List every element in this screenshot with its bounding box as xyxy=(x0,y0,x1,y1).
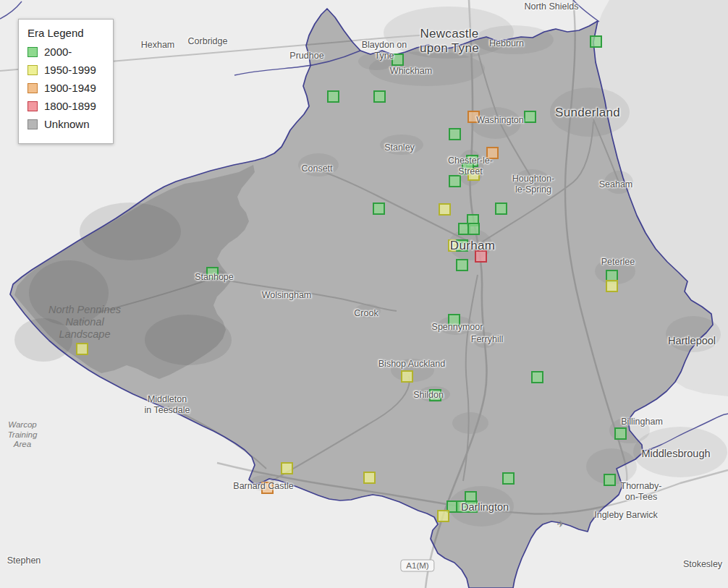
marker-1950[interactable] xyxy=(363,472,376,484)
marker-2000[interactable] xyxy=(590,35,602,48)
marker-2000[interactable] xyxy=(327,90,339,103)
legend-swatch-2000 xyxy=(27,47,38,57)
marker-2000[interactable] xyxy=(502,472,515,485)
marker-2000[interactable] xyxy=(456,259,468,271)
marker-2000[interactable] xyxy=(604,474,616,486)
marker-1950[interactable] xyxy=(439,203,451,216)
marker-1900[interactable] xyxy=(261,482,274,494)
marker-1950[interactable] xyxy=(401,370,413,383)
marker-2000[interactable] xyxy=(373,203,385,215)
marker-2000[interactable] xyxy=(429,389,441,401)
marker-1800[interactable] xyxy=(475,250,487,263)
marker-2000[interactable] xyxy=(531,371,543,383)
marker-2000[interactable] xyxy=(206,267,219,279)
legend-label-unknown: Unknown xyxy=(44,118,90,130)
marker-2000[interactable] xyxy=(614,427,627,440)
marker-2000[interactable] xyxy=(456,239,468,252)
legend-title: Era Legend xyxy=(27,27,101,39)
marker-1950[interactable] xyxy=(281,462,293,474)
marker-2000[interactable] xyxy=(467,223,480,235)
marker-2000[interactable] xyxy=(449,175,461,187)
marker-1900[interactable] xyxy=(467,111,480,123)
marker-1950[interactable] xyxy=(606,280,618,292)
legend-swatch-unknown xyxy=(27,119,38,129)
map-viewport[interactable]: A1(M) HexhamCorbridgePrudhoeNorth Shield… xyxy=(0,0,728,588)
marker-2000[interactable] xyxy=(524,111,536,123)
marker-1950[interactable] xyxy=(467,169,480,181)
marker-2000[interactable] xyxy=(448,314,460,326)
marker-1900[interactable] xyxy=(486,147,499,159)
marker-2000[interactable] xyxy=(373,90,386,103)
legend-label-2000: 2000- xyxy=(44,46,72,58)
legend-item-2000: 2000- xyxy=(27,46,101,58)
legend-label-1950: 1950-1999 xyxy=(44,64,96,76)
legend-item-1900: 1900-1949 xyxy=(27,82,101,94)
legend-item-1800: 1800-1899 xyxy=(27,100,101,112)
era-legend: Era Legend 2000-1950-19991900-19491800-1… xyxy=(18,19,114,144)
legend-label-1900: 1900-1949 xyxy=(44,82,96,94)
legend-swatch-1800 xyxy=(27,101,38,111)
marker-2000[interactable] xyxy=(465,500,478,513)
marker-2000[interactable] xyxy=(495,203,507,215)
marker-1950[interactable] xyxy=(437,510,449,522)
marker-2000[interactable] xyxy=(391,54,404,66)
marker-1950[interactable] xyxy=(76,343,88,355)
legend-items: 2000-1950-19991900-19491800-1899Unknown xyxy=(27,46,101,130)
legend-item-unknown: Unknown xyxy=(27,118,101,130)
marker-2000[interactable] xyxy=(449,128,461,140)
legend-swatch-1950 xyxy=(27,65,38,75)
legend-swatch-1900 xyxy=(27,83,38,93)
road-badge-a1m: A1(M) xyxy=(400,560,434,572)
legend-label-1800: 1800-1899 xyxy=(44,100,96,112)
legend-item-1950: 1950-1999 xyxy=(27,64,101,76)
